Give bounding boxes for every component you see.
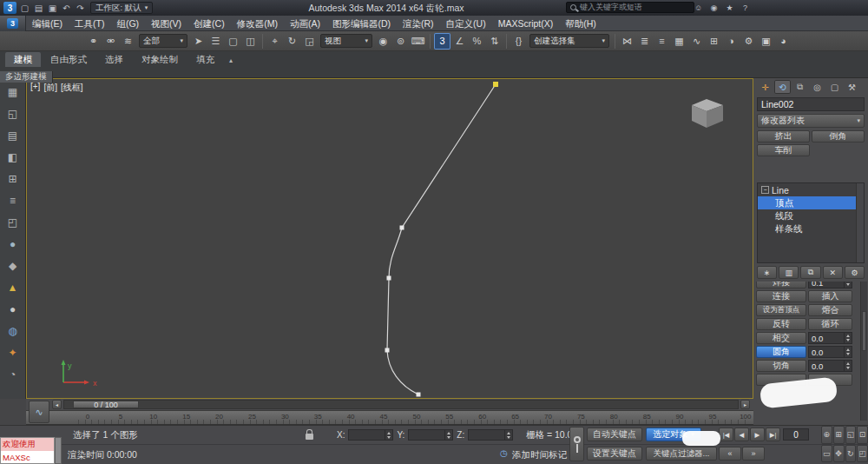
- previous-key-button[interactable]: «: [719, 447, 741, 461]
- ribbon-tab[interactable]: 自由形式: [42, 52, 95, 67]
- ribbon-tab[interactable]: 填充: [187, 52, 223, 67]
- chamfer-value[interactable]: 0.0: [809, 361, 844, 371]
- workspace-selector[interactable]: 工作区: 默认: [90, 2, 153, 14]
- ribbon-tool-icon-ball[interactable]: ●: [3, 299, 23, 319]
- fuse-button[interactable]: 熔合: [808, 304, 852, 316]
- expander-icon[interactable]: [761, 186, 769, 194]
- z-coordinate-field[interactable]: [468, 429, 513, 441]
- auto-key-button[interactable]: 自动关键点: [587, 428, 642, 441]
- polygon-modeling-panel-label[interactable]: 多边形建模: [0, 71, 53, 83]
- graphite-ribbon-icon[interactable]: ▦: [671, 33, 687, 50]
- ribbon-tool-icon-cone[interactable]: ▲: [3, 277, 23, 297]
- save-file-icon[interactable]: ▣: [46, 2, 59, 14]
- zoom-all-icon[interactable]: ⊞: [833, 426, 845, 444]
- select-by-name-icon[interactable]: ☰: [207, 33, 224, 50]
- spinner-arrows-icon[interactable]: [844, 282, 852, 288]
- zoom-region-icon[interactable]: ▭: [821, 445, 832, 463]
- menu-item[interactable]: 帮助(H): [559, 16, 602, 31]
- select-and-rotate-icon[interactable]: ↻: [284, 33, 300, 50]
- favorites-icon[interactable]: ★: [723, 2, 736, 14]
- ribbon-tool-icon-edit[interactable]: ▤: [3, 125, 23, 145]
- create-tab-icon[interactable]: ✛: [757, 80, 773, 94]
- snap-toggle-3d-icon[interactable]: 3: [434, 33, 450, 50]
- fillet-spinner[interactable]: 0.0: [808, 346, 852, 358]
- selection-filter-dropdown[interactable]: 全部: [139, 34, 187, 48]
- cycle-button[interactable]: 循环: [808, 318, 852, 330]
- chamfer-button[interactable]: 切角: [756, 360, 806, 372]
- use-pivot-point-icon[interactable]: ◉: [375, 33, 391, 50]
- x-coordinate-field[interactable]: [348, 429, 393, 441]
- select-and-manipulate-icon[interactable]: ⊚: [392, 33, 409, 50]
- modifier-list-dropdown[interactable]: 修改器列表: [757, 114, 865, 128]
- menu-item[interactable]: 创建(C): [187, 16, 231, 31]
- time-slider-track[interactable]: 0 / 100: [63, 400, 739, 409]
- viewcube[interactable]: [683, 95, 730, 131]
- menu-item[interactable]: 修改器(M): [231, 16, 284, 31]
- go-to-end-button[interactable]: ▶|: [766, 428, 780, 441]
- sign-in-icon[interactable]: ☺: [692, 2, 705, 14]
- ribbon-tool-icon-sphere[interactable]: ●: [3, 234, 23, 254]
- select-object-icon[interactable]: ➤: [190, 33, 207, 50]
- modify-tab-icon[interactable]: ⟲: [774, 80, 791, 94]
- align-icon[interactable]: ≣: [636, 33, 653, 50]
- render-production-icon[interactable]: ◕: [775, 33, 792, 50]
- pin-stack-icon[interactable]: ∗: [757, 266, 777, 279]
- add-time-tag[interactable]: 添加时间标记: [512, 449, 567, 461]
- set-key-mode-button[interactable]: [569, 427, 584, 461]
- schematic-view-icon[interactable]: ⊞: [706, 33, 722, 50]
- time-slider-right-arrow[interactable]: ▸: [740, 400, 750, 409]
- set-key-button[interactable]: 设置关键点: [587, 447, 642, 461]
- y-coordinate-field[interactable]: [408, 429, 453, 441]
- keyboard-shortcut-override-icon[interactable]: ⌨: [410, 33, 426, 50]
- zoom-icon[interactable]: ⊕: [821, 426, 832, 444]
- select-and-scale-icon[interactable]: ◲: [301, 33, 318, 50]
- spinner-arrows-icon[interactable]: [844, 347, 852, 357]
- bind-to-space-warp-icon[interactable]: ≋: [120, 33, 136, 50]
- motion-tab-icon[interactable]: ◎: [809, 80, 825, 94]
- time-slider-left-arrow[interactable]: ◂: [52, 400, 62, 409]
- spinner-arrows-icon[interactable]: [504, 430, 512, 440]
- bevel-button[interactable]: 倒角: [812, 130, 865, 143]
- stack-subobject-item[interactable]: 样条线: [758, 222, 864, 235]
- configure-modifier-sets-icon[interactable]: ⚙: [845, 266, 865, 279]
- previous-frame-button[interactable]: ◀: [734, 428, 749, 441]
- viewport-view-menu[interactable]: [前]: [43, 82, 57, 94]
- unlink-selection-icon[interactable]: ⚮: [102, 33, 119, 50]
- render-setup-icon[interactable]: ⚙: [740, 33, 757, 50]
- new-scene-icon[interactable]: ▢: [18, 2, 31, 14]
- named-selection-sets-dropdown[interactable]: 创建选择集: [529, 34, 609, 48]
- weld-button[interactable]: 焊接: [756, 282, 806, 288]
- crossinsert-button[interactable]: 相交: [756, 332, 806, 344]
- connect-button[interactable]: 连接: [756, 290, 806, 302]
- ribbon-tool-icon-align[interactable]: ≡: [3, 190, 23, 210]
- hierarchy-tab-icon[interactable]: ⧉: [792, 80, 808, 94]
- spinner-arrows-icon[interactable]: [844, 361, 852, 371]
- ribbon-minimize-icon[interactable]: ▴: [224, 54, 238, 67]
- next-key-button[interactable]: »: [742, 447, 765, 461]
- stack-scrollbar[interactable]: [856, 183, 864, 262]
- select-and-move-icon[interactable]: ⌖: [266, 33, 283, 50]
- menu-item[interactable]: 工具(T): [69, 16, 110, 31]
- weld-threshold-value[interactable]: 0.1: [809, 282, 844, 288]
- layer-manager-icon[interactable]: ≡: [654, 33, 670, 50]
- help-icon[interactable]: ?: [739, 2, 752, 14]
- search-input[interactable]: 键入关键字或短语: [566, 2, 694, 13]
- ribbon-tool-icon-grid[interactable]: ▦: [3, 82, 23, 102]
- angle-snap-icon[interactable]: ∠: [451, 33, 468, 50]
- object-name-field[interactable]: Line002: [757, 97, 865, 111]
- spinner-arrows-icon[interactable]: [444, 430, 452, 440]
- display-tab-icon[interactable]: ▢: [826, 80, 843, 94]
- ribbon-tool-icon-frame[interactable]: ◰: [3, 212, 23, 232]
- current-frame-field[interactable]: 0: [783, 428, 809, 441]
- insert-button[interactable]: 插入: [808, 290, 852, 302]
- selection-lock-icon[interactable]: [306, 434, 313, 440]
- menu-item[interactable]: MAXScript(X): [492, 16, 560, 31]
- front-viewport[interactable]: [+] [前] [线框] x y: [26, 78, 753, 399]
- rollout-scrollbar[interactable]: [860, 282, 867, 421]
- make-first-button[interactable]: 设为首顶点: [756, 304, 806, 316]
- mini-curve-editor-button[interactable]: ∿: [29, 401, 49, 423]
- select-and-link-icon[interactable]: ⚭: [85, 33, 102, 50]
- ribbon-tool-icon-half[interactable]: ◧: [3, 147, 23, 167]
- stack-item-line[interactable]: Line: [758, 183, 864, 196]
- ribbon-tool-icon-diamond[interactable]: ◆: [3, 255, 23, 275]
